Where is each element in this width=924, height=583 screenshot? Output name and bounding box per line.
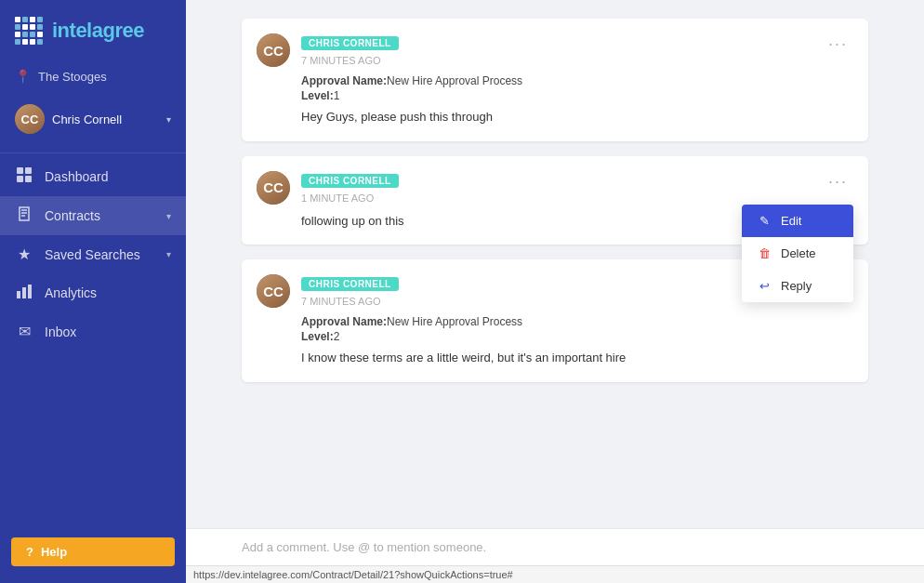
reply-icon: ↩ [757,279,772,293]
card-header-1: CC Chris Cornell 7 MINUTES AGO ··· [257,33,853,67]
app-logo-text: intelagree [52,19,144,43]
star-icon: ★ [15,245,33,263]
timestamp-1: 7 MINUTES AGO [301,55,812,66]
help-button[interactable]: ? Help [11,537,175,566]
help-label: Help [41,545,67,559]
comment-text-3: I know these terms are a little weird, b… [301,349,853,367]
contracts-icon [15,206,33,225]
sidebar-label-dashboard: Dashboard [45,169,171,184]
sidebar: intelagree 📍 The Stooges CC Chris Cornel… [0,0,186,583]
user-row[interactable]: CC Chris Cornell ▾ [0,97,186,149]
sidebar-label-analytics: Analytics [45,285,171,300]
card-meta-2: Chris Cornell 1 MINUTE AGO [301,171,812,204]
delete-label: Delete [781,246,816,260]
inbox-icon: ✉ [15,323,33,340]
dashboard-icon [15,167,33,186]
svg-rect-2 [17,176,23,182]
sidebar-label-saved-searches: Saved Searches [45,247,155,262]
avatar-face: CC [15,104,45,134]
svg-rect-6 [28,285,32,298]
sidebar-item-contracts[interactable]: Contracts ▾ [0,196,186,235]
author-badge-3: Chris Cornell [301,277,399,291]
level-3: Level:2 [301,330,853,343]
logo-area: intelagree [0,0,186,61]
author-badge-2: Chris Cornell [301,174,399,188]
more-button-2[interactable]: ··· [823,171,853,192]
avatar: CC [15,104,45,134]
comment-avatar-2: CC [257,171,290,205]
sidebar-item-inbox[interactable]: ✉ Inbox [0,312,186,351]
comments-area: CC Chris Cornell 7 MINUTES AGO ··· Appro… [186,0,924,528]
trash-icon: 🗑 [757,246,772,260]
context-menu-edit[interactable]: ✎ Edit [742,205,853,237]
main-content: CC Chris Cornell 7 MINUTES AGO ··· Appro… [186,0,924,583]
comment-text-1: Hey Guys, please push this through [301,108,853,126]
svg-rect-4 [17,291,20,298]
svg-rect-3 [25,176,32,182]
svg-rect-1 [25,167,32,174]
nav-divider [0,152,186,153]
chevron-down-icon: ▾ [166,114,171,125]
status-bar: https://dev.intelagree.com/Contract/Deta… [186,565,924,583]
author-badge-1: Chris Cornell [301,36,399,50]
card-meta-3: Chris Cornell 7 MINUTES AGO [301,274,812,307]
approval-name-1: Approval Name:New Hire Approval Process [301,74,853,87]
analytics-icon [15,284,33,302]
more-btn-wrapper-2: ··· ✎ Edit 🗑 Delete ↩ Reply [823,171,853,192]
reply-label: Reply [781,279,812,293]
timestamp-2: 1 MINUTE AGO [301,192,812,204]
card-body-3: Approval Name:New Hire Approval Process … [257,315,853,367]
card-body-1: Approval Name:New Hire Approval Process … [257,74,853,126]
chevron-right-icon: ▾ [166,211,171,221]
approval-name-3: Approval Name:New Hire Approval Process [301,315,853,328]
card-meta-1: Chris Cornell 7 MINUTES AGO [301,33,812,66]
context-menu: ✎ Edit 🗑 Delete ↩ Reply [742,205,853,302]
edit-label: Edit [781,214,801,228]
level-1: Level:1 [301,89,853,102]
sidebar-bottom: ? Help [0,521,186,583]
comment-avatar-3: CC [257,274,290,308]
org-name: The Stooges [38,70,107,84]
location-icon: 📍 [15,69,31,84]
svg-rect-0 [17,167,23,174]
more-button-1[interactable]: ··· [823,33,853,54]
add-comment-bar[interactable]: Add a comment. Use @ to mention someone. [186,528,924,565]
card-header-2: CC Chris Cornell 1 MINUTE AGO ··· ✎ Edit [257,171,853,205]
edit-icon: ✎ [757,214,772,228]
comment-avatar-1: CC [257,33,290,67]
sidebar-item-saved-searches[interactable]: ★ Saved Searches ▾ [0,235,186,273]
logo-icon [15,17,43,45]
sidebar-label-contracts: Contracts [45,208,155,223]
chevron-right-icon-ss: ▾ [166,249,171,259]
context-menu-reply[interactable]: ↩ Reply [742,270,853,302]
add-comment-placeholder: Add a comment. Use @ to mention someone. [242,540,486,554]
sidebar-label-inbox: Inbox [45,325,171,339]
user-name: Chris Cornell [52,113,159,126]
context-menu-delete[interactable]: 🗑 Delete [742,237,853,270]
help-icon: ? [26,545,33,559]
svg-rect-5 [22,287,26,298]
comment-card-1: CC Chris Cornell 7 MINUTES AGO ··· Appro… [242,19,868,141]
org-row: 📍 The Stooges [0,61,186,97]
sidebar-item-dashboard[interactable]: Dashboard [0,157,186,196]
timestamp-3: 7 MINUTES AGO [301,296,812,307]
sidebar-item-analytics[interactable]: Analytics [0,273,186,312]
comment-card-2: CC Chris Cornell 1 MINUTE AGO ··· ✎ Edit [242,156,868,245]
status-url: https://dev.intelagree.com/Contract/Deta… [193,569,513,580]
